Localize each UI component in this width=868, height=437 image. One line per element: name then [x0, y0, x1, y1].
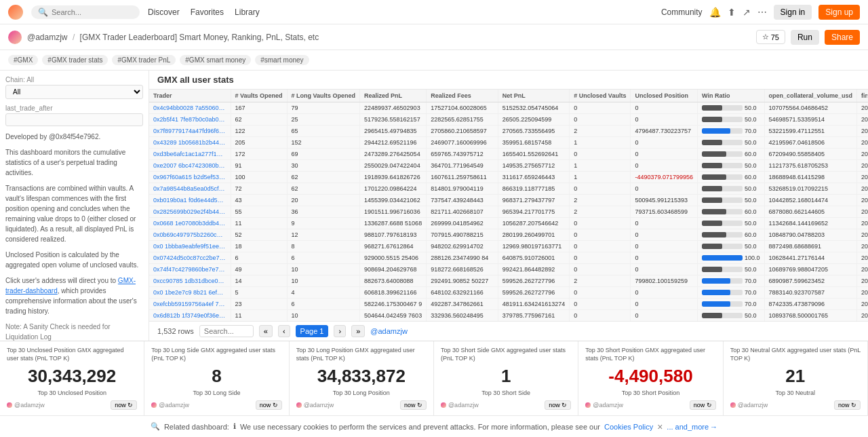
creator-name[interactable]: @adamzjw: [593, 402, 623, 408]
col-realized-pnl[interactable]: Realized PnL: [360, 90, 427, 102]
creator-avatar: [730, 402, 736, 408]
table-cell[interactable]: 0x6d812b 1f3749e0f36e1c9ad7e 5d16cab9ae3…: [149, 310, 231, 322]
table-cell[interactable]: 0x07424d5c0c87cc2be7654c99640f790b0e3b58…: [149, 252, 231, 264]
refresh-button[interactable]: now ↻: [256, 400, 282, 410]
table-cell: 968271.67612864: [360, 241, 427, 252]
stat-card[interactable]: Top 30 Unclosed Position GMX aggregated …: [0, 341, 144, 415]
cookie-close-button[interactable]: ×: [657, 421, 663, 432]
table-cell: 2: [570, 195, 631, 206]
table-cell[interactable]: 0xcc90785 1db31dbce0c02 109f32824 1122b6…: [149, 276, 231, 287]
table-cell: 18: [231, 241, 287, 252]
sign-in-button[interactable]: Sign in: [774, 5, 812, 20]
upload-icon[interactable]: ⬆: [728, 7, 736, 18]
table-cell[interactable]: 0x0668 1e07080b3ddb4a776704cf7 7fd3 2c7 …: [149, 218, 231, 229]
tag-item[interactable]: #GMX smart money: [180, 55, 251, 65]
last-trade-input[interactable]: 2023-01-01 00:00:00: [5, 113, 143, 126]
table-cell: 17527104.60028065: [427, 102, 498, 114]
menu-icon[interactable]: ⋯: [757, 7, 767, 18]
table-cell[interactable]: 0xb019b0a1 f0d6e44d5c0e0c0cc4c4b82 f1b70…: [149, 195, 231, 206]
tag-item[interactable]: #smart money: [255, 55, 309, 65]
creator-name[interactable]: @adamzjw: [448, 402, 479, 408]
table-cell: 8: [287, 241, 360, 252]
table-cell[interactable]: 0x0 1bbba9eabfe9f51ee5be60be ef53 cf55e9…: [149, 241, 231, 252]
cookies-policy-link[interactable]: Cookies Policy: [604, 423, 653, 431]
search-filter-input[interactable]: [199, 325, 254, 337]
refresh-button[interactable]: now ↻: [545, 400, 571, 410]
table-cell[interactable]: 0x967f60a615 b2d5ef53a8ce06f847bf5c0d89: [149, 172, 231, 183]
stat-card[interactable]: Top 30 Short Position GMX aggregated use…: [578, 341, 723, 415]
table-cell: 100: [231, 172, 287, 183]
stat-card[interactable]: Top 30 Neutral GMX aggregated user stats…: [724, 341, 868, 415]
table-cell[interactable]: 0xefcbb59159756a4ef 76ae04618b059 91b1fe…: [149, 299, 231, 310]
col-long-vaults[interactable]: # Long Vaults Opened: [287, 90, 360, 102]
gmx-dashboard-link[interactable]: GMX-trader-dashboard: [5, 277, 136, 294]
stat-value: 21: [730, 366, 861, 386]
share-icon[interactable]: ↗: [743, 7, 751, 18]
notification-icon[interactable]: 🔔: [709, 7, 721, 18]
current-page-button[interactable]: Page 1: [296, 325, 329, 337]
table-cell: 12: [287, 229, 360, 241]
table-cell[interactable]: 0x0 1be2e7c9 8b21 6ef5eec1d3e15ef57ef59e…: [149, 287, 231, 299]
next-page-button[interactable]: ›: [334, 325, 346, 337]
table-cell: 1455399.034421062: [360, 195, 427, 206]
breadcrumb-user[interactable]: @adamzjw: [27, 33, 68, 42]
tag-item[interactable]: #GMX: [8, 55, 38, 65]
table-cell: 30: [287, 160, 360, 172]
table-cell[interactable]: 0x2b5f41 7fe87b0c0ab0fae018b5d04ab407557…: [149, 114, 231, 126]
table-cell[interactable]: 0x43289 1b05681b2b44de3500 1e446b40e6606…: [149, 137, 231, 149]
nav-library[interactable]: Library: [235, 7, 260, 17]
stat-card[interactable]: Top 30 Long Position GMX aggregated user…: [290, 341, 434, 415]
col-first-block[interactable]: first_open_block_time: [857, 90, 868, 102]
chain-select[interactable]: All Arbitrum Avalanche: [5, 85, 143, 99]
tag-item[interactable]: #GMX trader PnL: [112, 55, 176, 65]
prev-page-button[interactable]: ‹: [278, 325, 290, 337]
nav-discover[interactable]: Discover: [148, 7, 180, 17]
creator-name[interactable]: @adamzjw: [738, 402, 768, 408]
table-cell: 2473289.276425054: [360, 149, 427, 160]
col-win-ratio[interactable]: Win Ratio: [697, 90, 764, 102]
col-vaults[interactable]: # Vaults Opened: [231, 90, 287, 102]
sign-up-button[interactable]: Sign up: [818, 5, 860, 20]
share-button[interactable]: Share: [825, 30, 860, 45]
table-container[interactable]: Trader # Vaults Opened # Long Vaults Ope…: [149, 90, 868, 321]
search-bar[interactable]: 🔍: [31, 5, 140, 19]
table-cell[interactable]: 0x74f47c4279860be7e7bf7bde0c7e7f5b4b1e45…: [149, 264, 231, 276]
stat-card[interactable]: Top 30 Short Side GMX aggregated user st…: [434, 341, 578, 415]
table-cell[interactable]: 0xe2007 6bc47423080b07b4ed5 7b540455e3 2…: [149, 160, 231, 172]
creator-name[interactable]: @adamzjw: [14, 402, 45, 408]
refresh-button[interactable]: now ↻: [834, 400, 861, 410]
table-cell[interactable]: 0x0b69c497975b2260c027 7fd91e5266 6c2e3b…: [149, 229, 231, 241]
search-input[interactable]: [52, 8, 133, 16]
refresh-button[interactable]: now ↻: [111, 400, 137, 410]
table-cell[interactable]: 0x4c94bb0028 7a5506071la61287e3707742509…: [149, 102, 231, 114]
table-cell: 908694.204629768: [360, 264, 427, 276]
table-cell: 23: [231, 299, 287, 310]
creator-name[interactable]: @adamzjw: [159, 402, 189, 408]
col-realized-fees[interactable]: Realized Fees: [427, 90, 498, 102]
more-link[interactable]: ... and_more →: [667, 423, 717, 431]
col-net-pnl[interactable]: Net PnL: [498, 90, 570, 102]
table-cell: 359951.68157458: [498, 137, 570, 149]
refresh-button[interactable]: now ↻: [400, 400, 427, 410]
table-row: 0x0 1be2e7c9 8b21 6ef5eec1d3e15ef57ef59e…: [149, 287, 868, 299]
col-unclosed-pos[interactable]: Unclosed Position: [631, 90, 698, 102]
col-trader[interactable]: Trader: [149, 90, 231, 102]
chain-filter: Chain: All All Arbitrum Avalanche: [5, 76, 143, 99]
col-collateral[interactable]: open_collateral_volume_usd: [764, 90, 857, 102]
table-cell[interactable]: 0x7a98544b8a5ea0d5cf3e7ab3e714e353 1b524: [149, 183, 231, 195]
creator-link[interactable]: @adamzjw: [370, 327, 408, 335]
table-cell[interactable]: 0x7f89779174a47fd96f67ab282c dfd87ab6fc: [149, 126, 231, 137]
table-cell[interactable]: 0x2825699b029e2f4b44be40a40db09b1a1bfd21…: [149, 206, 231, 218]
first-page-button[interactable]: «: [259, 325, 273, 337]
star-button[interactable]: ☆ 75: [756, 30, 785, 44]
nav-community[interactable]: Community: [661, 7, 703, 17]
stat-card[interactable]: Top 30 Long Side GMX aggregated user sta…: [144, 341, 289, 415]
creator-name[interactable]: @adamzjw: [304, 402, 334, 408]
run-button[interactable]: Run: [791, 30, 819, 45]
nav-favorites[interactable]: Favorites: [191, 7, 224, 17]
tag-item[interactable]: #GMX trader stats: [42, 55, 108, 65]
table-cell[interactable]: 0xd3be6afc1ac1a277f1d5f001900e4b0c42b060…: [149, 149, 231, 160]
last-page-button[interactable]: »: [351, 325, 365, 337]
refresh-button[interactable]: now ↻: [690, 400, 716, 410]
col-unclosed-vaults[interactable]: # Unclosed Vaults: [570, 90, 631, 102]
